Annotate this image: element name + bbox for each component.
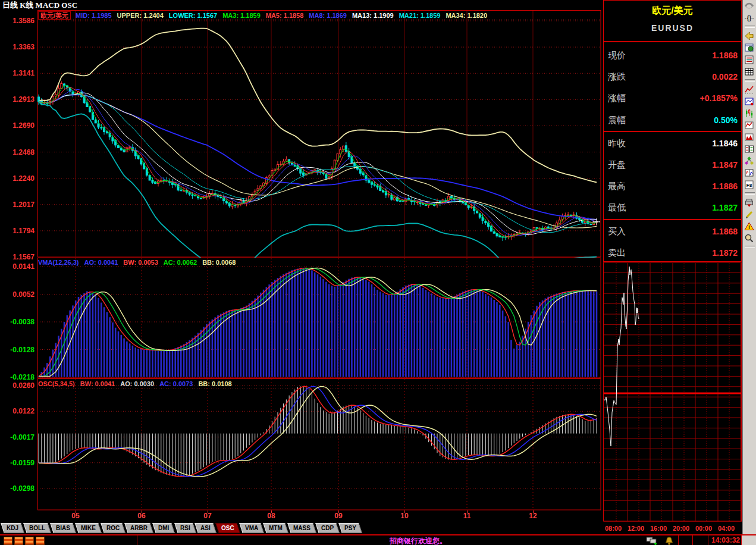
tab-cdp[interactable]: CDP <box>315 523 340 533</box>
f8-key-icon[interactable]: F8 <box>743 178 755 190</box>
tab-arbr[interactable]: ARBR <box>125 523 153 533</box>
osc-stat: BB: 0.0108 <box>198 380 231 387</box>
y-axis-label: 0.0122 <box>0 407 34 415</box>
quote-label: 涨幅 <box>608 93 626 104</box>
dual-table-icon[interactable] <box>743 143 755 155</box>
tab-label: BIAS <box>56 524 70 533</box>
quote-label: 买入 <box>608 226 626 237</box>
tab-kdj[interactable]: KDJ <box>1 523 24 533</box>
indicator-readout-row: 欧元/美元MID: 1.1985UPPER: 1.2404LOWER: 1.15… <box>38 11 498 20</box>
vma-readout-row: VMA(12,26,3)AO: 0.0041BW: 0.0053AC: 0.00… <box>38 258 246 267</box>
x-axis-tick <box>208 510 208 513</box>
quote-value: 0.50% <box>714 115 738 125</box>
y-axis-label: 0.0141 <box>0 262 34 271</box>
grid-table-icon[interactable] <box>743 65 755 77</box>
warning-icon[interactable]: ! <box>743 220 755 232</box>
symbol-label[interactable]: 欧元/美元 <box>38 11 71 20</box>
y-axis-label: 1.2240 <box>0 174 34 183</box>
tab-label: VMA <box>245 524 258 533</box>
tab-mtm[interactable]: MTM <box>263 523 288 533</box>
toolbar-separator <box>745 192 755 195</box>
svg-text:F8: F8 <box>746 183 752 188</box>
tab-label: OSC <box>221 524 234 533</box>
y-axis-label: 1.1794 <box>0 227 34 235</box>
status-message: 招商银行欢迎您。 <box>390 536 447 545</box>
tab-roc[interactable]: ROC <box>101 523 126 533</box>
x-axis-tick <box>467 510 468 513</box>
chart-window-icon[interactable] <box>743 95 755 107</box>
x-axis-time-label: 20:00 <box>670 524 692 533</box>
quote-label: 涨跌 <box>608 71 626 83</box>
quote-row: 买入1.1868 <box>604 221 741 242</box>
x-axis-month-label: 06 <box>133 512 150 520</box>
main-candlestick-chart[interactable] <box>0 10 603 258</box>
line-chart-icon[interactable] <box>743 83 755 95</box>
quote-value: 1.1872 <box>712 248 738 258</box>
status-icon-3[interactable] <box>25 537 34 545</box>
quote-symbol-code: EURUSD <box>604 23 741 33</box>
quote-separator <box>604 219 741 220</box>
quote-separator <box>604 131 741 132</box>
tab-vma[interactable]: VMA <box>239 523 264 533</box>
area-chart-icon[interactable] <box>743 131 755 143</box>
quote-panel: 欧元/美元 EURUSD 现价1.1868涨跌0.0022涨幅+0.1857%震… <box>603 0 742 262</box>
tab-mike[interactable]: MIKE <box>75 523 102 533</box>
tab-asi[interactable]: ASI <box>195 523 217 533</box>
tab-label: DMI <box>158 524 169 533</box>
x-axis-month-label: 08 <box>262 512 280 520</box>
indicator-item: MA21: 1.1859 <box>399 12 441 19</box>
quote-value: 1.1886 <box>712 181 738 191</box>
indicator-item: LOWER: 1.1567 <box>169 12 217 19</box>
candlestick-chart-icon[interactable] <box>743 107 755 119</box>
trend-chart-icon[interactable] <box>743 119 755 131</box>
vma-stat: BB: 0.0068 <box>202 259 236 266</box>
split-chart-icon[interactable] <box>743 167 755 178</box>
code-brackets-icon[interactable]: {} <box>743 12 755 24</box>
vma-indicator-chart[interactable] <box>0 258 603 378</box>
tab-boll[interactable]: BOLL <box>23 523 51 533</box>
tab-bias[interactable]: BIAS <box>50 523 76 533</box>
osc-stat: BW: 0.0041 <box>80 380 115 387</box>
connection-status-icon[interactable] <box>646 536 658 545</box>
x-axis-tick <box>404 510 405 513</box>
vma-stat: AO: 0.0041 <box>84 259 118 266</box>
intraday-mini-chart[interactable] <box>603 262 742 522</box>
tab-rsi[interactable]: RSI <box>174 523 196 533</box>
web-page-icon[interactable] <box>743 42 755 54</box>
status-icon-2[interactable] <box>14 537 23 545</box>
y-axis-label: 1.3363 <box>0 43 34 51</box>
quote-label: 震幅 <box>608 115 626 126</box>
indicator-item: MA34: 1.1820 <box>446 12 487 19</box>
y-axis-label: 1.1567 <box>0 253 34 261</box>
magnifier-icon[interactable] <box>743 232 755 244</box>
pencil-icon[interactable] <box>743 208 755 220</box>
x-axis-month-label: 07 <box>199 512 217 520</box>
x-axis-tick <box>142 510 142 513</box>
tab-mass[interactable]: MASS <box>287 523 316 533</box>
phone-icon[interactable] <box>743 0 755 12</box>
quote-value: 1.1868 <box>712 227 738 236</box>
status-icon-4[interactable] <box>36 537 45 545</box>
tab-label: BOLL <box>29 524 45 533</box>
status-bar: 招商银行欢迎您。 14:03:32 <box>0 534 756 545</box>
y-axis-label: -0.0038 <box>0 318 34 326</box>
quote-symbol-name: 欧元/美元 <box>604 5 741 17</box>
resize-grip <box>742 535 756 545</box>
tab-psy[interactable]: PSY <box>338 523 362 533</box>
y-axis-label: -0.0298 <box>0 484 34 493</box>
quote-value: 1.1827 <box>712 203 738 212</box>
vma-stat: BW: 0.0053 <box>123 259 158 266</box>
x-axis-month-label: 12 <box>524 512 542 520</box>
print-icon[interactable] <box>743 196 755 208</box>
osc-indicator-chart[interactable] <box>0 378 603 510</box>
status-icon-1[interactable] <box>4 537 12 545</box>
tab-osc[interactable]: OSC <box>215 523 240 533</box>
quote-list-icon[interactable] <box>743 54 755 65</box>
y-axis-label: 1.2468 <box>0 148 34 156</box>
tab-label: KDJ <box>7 524 18 533</box>
tab-dmi[interactable]: DMI <box>153 523 175 533</box>
alert-bell-icon[interactable] <box>664 536 674 545</box>
back-arrow-icon[interactable] <box>743 30 755 42</box>
flow-diagram-icon[interactable] <box>743 155 755 167</box>
window-title: 日线 K线 MACD OSC <box>0 0 605 10</box>
